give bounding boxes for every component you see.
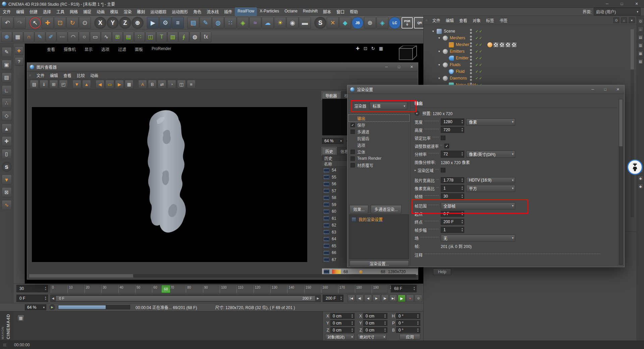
menu-item[interactable]: 创建: [27, 7, 40, 16]
expander-icon[interactable]: [415, 168, 416, 172]
enable-checkmarks[interactable]: [475, 29, 483, 34]
spiral-icon[interactable]: ∮: [178, 32, 189, 42]
position-field[interactable]: 0 cm: [330, 320, 355, 326]
stopwatch-icon[interactable]: ◔: [167, 80, 176, 89]
menu-item[interactable]: 网格: [67, 7, 80, 16]
menu-item[interactable]: 模拟: [107, 7, 121, 16]
menu-item[interactable]: 插件: [221, 7, 235, 16]
object-row[interactable]: Scene: [424, 28, 637, 35]
object-row[interactable]: Daemons: [424, 75, 637, 82]
go-to-start-button[interactable]: |◀: [347, 295, 355, 302]
spinner-icon[interactable]: [340, 296, 342, 300]
menu-item[interactable]: 渲染: [121, 7, 134, 16]
fx-icon[interactable]: fx: [201, 32, 211, 42]
object-manager-menu-item[interactable]: 文件: [430, 16, 443, 24]
fields-dropdown[interactable]: 无: [441, 235, 515, 242]
spinner-icon[interactable]: [417, 328, 419, 332]
snap-icon[interactable]: S: [2, 162, 12, 172]
viewport-menu-item[interactable]: 选项: [101, 46, 109, 52]
menu-item[interactable]: 脚本: [320, 7, 334, 16]
expander-icon[interactable]: [432, 30, 437, 33]
rotate-view-icon[interactable]: ↻: [371, 46, 375, 51]
open-image-icon[interactable]: ▤: [30, 80, 39, 89]
settings-category[interactable]: 多通道: [349, 128, 409, 135]
minimize-button[interactable]: ─: [600, 0, 614, 7]
bookmark-icon[interactable]: ▼: [72, 80, 81, 89]
apply-button[interactable]: 应用: [399, 334, 420, 340]
render-preset-item[interactable]: 我的渲染设置: [350, 215, 409, 224]
close-button[interactable]: ✕: [410, 65, 413, 69]
render-settings-icon[interactable]: ⚙: [159, 17, 171, 29]
camera-icon[interactable]: ◉: [286, 17, 299, 29]
width-unit-dropdown[interactable]: 像素: [466, 118, 515, 126]
expander-icon[interactable]: [438, 63, 443, 66]
viewer-zoom-dropdown[interactable]: 64 %: [25, 304, 46, 310]
spinner-icon[interactable]: [461, 128, 463, 132]
object-row[interactable]: Emitters: [424, 48, 637, 55]
size-mode-dropdown[interactable]: 绝对尺寸: [357, 334, 387, 340]
save-image-icon[interactable]: ⇓: [40, 80, 48, 89]
maximize-button[interactable]: □: [398, 65, 400, 69]
interface-dropdown[interactable]: 启动 (用户): [594, 8, 641, 15]
lock-z-axis-icon[interactable]: Z: [119, 17, 131, 29]
spinner-icon[interactable]: [384, 321, 386, 325]
settings-category[interactable]: 保存: [349, 121, 409, 128]
plugin-icon[interactable]: ◆: [638, 184, 643, 189]
spinner-icon[interactable]: [413, 286, 415, 291]
spinner-icon[interactable]: [351, 328, 353, 332]
range-thumb[interactable]: 0 F200 F: [56, 296, 315, 301]
viewport-menu-item[interactable]: 面板: [135, 46, 143, 52]
globe-plugin-icon[interactable]: ⊕: [364, 17, 376, 29]
viewport-menu-item[interactable]: 过滤: [118, 46, 126, 52]
frame-range-dropdown[interactable]: 全部帧: [441, 202, 515, 209]
mouse-icon[interactable]: ▯: [2, 149, 12, 159]
redo-icon[interactable]: ↷: [14, 17, 26, 29]
prev-image-icon[interactable]: ◀: [96, 80, 104, 89]
object-row[interactable]: Mesher: [424, 41, 637, 48]
menu-item[interactable]: 动画: [94, 7, 107, 16]
coordinate-system-icon[interactable]: ⊕: [131, 17, 144, 29]
panel-tab-icon[interactable]: ▦: [638, 51, 643, 56]
subdivide-icon[interactable]: ⊞: [112, 32, 123, 42]
close-button[interactable]: ✕: [629, 0, 644, 7]
jb-plugin-icon[interactable]: JB: [352, 17, 364, 29]
panel-tab-icon[interactable]: ▧: [638, 59, 643, 64]
spinner-icon[interactable]: [45, 286, 47, 291]
rotation-field[interactable]: 0 °: [396, 313, 420, 319]
rotate-tool-icon[interactable]: ↻: [66, 17, 78, 29]
coordinate-mode-dropdown[interactable]: 对象(相对): [325, 334, 355, 340]
spinner-icon[interactable]: [45, 296, 47, 300]
scrollbar[interactable]: [631, 29, 634, 217]
material-manager-icon[interactable]: ▦: [17, 315, 24, 321]
play-button[interactable]: ▶: [398, 295, 406, 302]
menu-item[interactable]: 文件: [0, 7, 13, 16]
start-frame-field[interactable]: 0 F: [16, 295, 48, 302]
instance-icon[interactable]: ◫: [145, 32, 156, 42]
menu-item[interactable]: 运动图形: [169, 7, 191, 16]
next-key-button[interactable]: |▶: [381, 295, 389, 302]
lock-workplane-icon[interactable]: ⊠: [2, 187, 12, 197]
scrollbar[interactable]: [619, 99, 623, 265]
pan-view-icon[interactable]: ✚: [356, 46, 360, 51]
frame-region-icon[interactable]: ▭: [105, 80, 114, 89]
pixel-aspect-input[interactable]: 1: [441, 185, 464, 192]
plugin-diamond-icon[interactable]: ◆: [339, 17, 351, 29]
visibility-toggles[interactable]: [470, 42, 472, 47]
resolution-unit-dropdown[interactable]: 像素/英寸(DPI): [466, 151, 515, 158]
texture-tags[interactable]: [487, 42, 517, 47]
bookmark-add-icon[interactable]: ▲: [82, 80, 91, 89]
last-tool-icon[interactable]: ⊙: [79, 17, 91, 29]
lock-ratio-checkbox[interactable]: [441, 136, 445, 140]
object-manager-menu-item[interactable]: 对象: [470, 16, 483, 24]
frame-rate-input[interactable]: 30: [441, 193, 464, 199]
picture-viewer-menu-item[interactable]: 文件: [34, 71, 47, 79]
record-keyframe-button[interactable]: ●: [406, 295, 414, 302]
go-to-end-button[interactable]: ▶|: [389, 295, 397, 302]
category-checkbox[interactable]: [351, 130, 355, 134]
spring-plugin-icon[interactable]: ∿: [2, 200, 12, 210]
light-icon[interactable]: ☀: [274, 17, 286, 29]
enable-checkmarks[interactable]: [475, 56, 483, 60]
make-editable-icon[interactable]: ✎: [2, 47, 12, 57]
category-checkbox[interactable]: [351, 123, 355, 127]
expander-icon[interactable]: [438, 36, 443, 40]
